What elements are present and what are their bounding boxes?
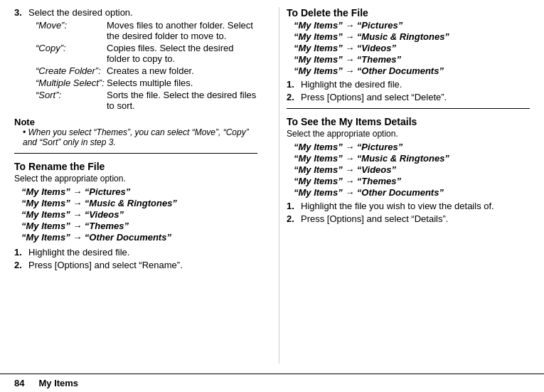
details-step1: 1. Highlight the file you wish to view t… — [287, 201, 530, 211]
page-footer: 84 My Items — [0, 374, 544, 392]
details-step2-num: 2. — [287, 213, 301, 224]
page-content: 3. Select the desired option. “Move”: Mo… — [0, 0, 544, 371]
details-step1-text: Highlight the file you wish to view the … — [301, 201, 494, 211]
option-sort: “Sort”: Sorts the file. Select the desir… — [36, 90, 257, 111]
step3-row: 3. Select the desired option. — [14, 7, 257, 18]
rename-path-3: “My Items” → “Themes” — [21, 221, 257, 231]
right-column: To Delete the File “My Items” → “Picture… — [279, 7, 530, 364]
option-copy: “Copy”: Copies files. Select the desired… — [36, 43, 257, 64]
rename-path-4: “My Items” → “Other Documents” — [21, 232, 257, 243]
delete-step2-text: Press [Options] and select “Delete”. — [301, 92, 447, 102]
option-create: “Create Folder”: Creates a new folder. — [36, 65, 257, 76]
option-multiple-label: “Multiple Select”: — [36, 78, 107, 88]
divider-rename — [14, 153, 257, 154]
delete-step2-num: 2. — [287, 92, 301, 102]
delete-path-4: “My Items” → “Other Documents” — [294, 65, 530, 76]
details-path-2: “My Items” → “Videos” — [294, 164, 530, 175]
rename-step2-num: 2. — [14, 260, 28, 270]
option-move-label: “Move”: — [36, 20, 107, 41]
footer-page-number: 84 — [14, 378, 24, 388]
rename-sub: Select the appropriate option. — [14, 174, 257, 184]
rename-step2-text: Press [Options] and select “Rename”. — [28, 260, 183, 270]
rename-path-0: “My Items” → “Pictures” — [21, 186, 257, 197]
rename-step1: 1. Highlight the desired file. — [14, 247, 257, 258]
delete-path-2: “My Items” → “Videos” — [294, 43, 530, 53]
option-sort-desc: Sorts the file. Select the desired files… — [107, 90, 257, 111]
option-move-desc: Moves files to another folder. Select th… — [107, 20, 257, 41]
details-path-4: “My Items” → “Other Documents” — [294, 187, 530, 198]
details-sub: Select the appropriate option. — [287, 129, 530, 139]
delete-path-1: “My Items” → “Music & Ringtones” — [294, 31, 530, 42]
details-step1-num: 1. — [287, 201, 301, 211]
details-path-1: “My Items” → “Music & Ringtones” — [294, 153, 530, 164]
delete-step2: 2. Press [Options] and select “Delete”. — [287, 92, 530, 102]
option-create-label: “Create Folder”: — [36, 65, 107, 76]
details-path-3: “My Items” → “Themes” — [294, 176, 530, 186]
note-title: Note — [14, 117, 257, 127]
delete-step1: 1. Highlight the desired file. — [287, 79, 530, 90]
details-step2: 2. Press [Options] and select “Details”. — [287, 213, 530, 224]
footer-title: My Items — [38, 378, 78, 388]
delete-step1-num: 1. — [287, 79, 301, 90]
details-heading: To See the My Items Details — [287, 116, 530, 127]
rename-path-1: “My Items” → “Music & Ringtones” — [21, 198, 257, 208]
left-column: 3. Select the desired option. “Move”: Mo… — [14, 7, 265, 364]
note-block: Note • When you select “Themes”, you can… — [14, 117, 257, 147]
delete-heading: To Delete the File — [287, 7, 530, 18]
option-multiple: “Multiple Select”: Selects multiple file… — [36, 78, 257, 88]
option-move: “Move”: Moves files to another folder. S… — [36, 20, 257, 41]
divider-details — [287, 108, 530, 109]
delete-path-3: “My Items” → “Themes” — [294, 54, 530, 65]
details-step2-text: Press [Options] and select “Details”. — [301, 213, 448, 224]
delete-step1-text: Highlight the desired file. — [301, 79, 402, 90]
rename-path-2: “My Items” → “Videos” — [21, 209, 257, 220]
note-bullet: • When you select “Themes”, you can sele… — [23, 127, 257, 147]
step3-number: 3. — [14, 7, 28, 18]
details-path-0: “My Items” → “Pictures” — [294, 142, 530, 152]
step3-text: Select the desired option. — [28, 7, 133, 18]
option-multiple-desc: Selects multiple files. — [107, 78, 257, 88]
option-copy-label: “Copy”: — [36, 43, 107, 64]
delete-path-0: “My Items” → “Pictures” — [294, 20, 530, 31]
rename-step1-num: 1. — [14, 247, 28, 258]
option-sort-label: “Sort”: — [36, 90, 107, 111]
option-create-desc: Creates a new folder. — [107, 65, 257, 76]
rename-heading: To Rename the File — [14, 161, 257, 172]
option-copy-desc: Copies files. Select the desired folder … — [107, 43, 257, 64]
rename-step1-text: Highlight the desired file. — [28, 247, 129, 258]
rename-step2: 2. Press [Options] and select “Rename”. — [14, 260, 257, 270]
